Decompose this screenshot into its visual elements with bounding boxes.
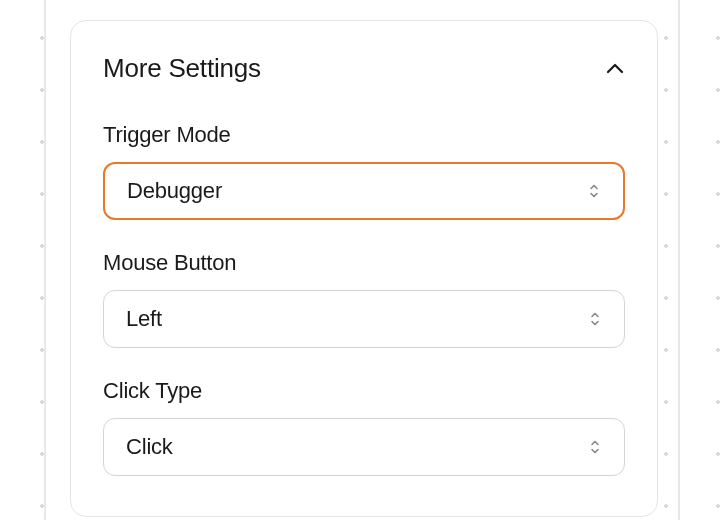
click-type-select[interactable]: Click: [103, 418, 625, 476]
mouse-button-select[interactable]: Left: [103, 290, 625, 348]
right-rail: [678, 0, 680, 520]
click-type-label: Click Type: [103, 378, 625, 404]
trigger-mode-field: Trigger Mode Debugger: [103, 122, 625, 220]
panel-header-toggle[interactable]: More Settings: [103, 53, 625, 84]
select-caret-icon: [588, 438, 602, 456]
select-caret-icon: [587, 182, 601, 200]
left-rail: [44, 0, 46, 520]
trigger-mode-label: Trigger Mode: [103, 122, 625, 148]
more-settings-panel: More Settings Trigger Mode Debugger Mous…: [70, 20, 658, 517]
click-type-field: Click Type Click: [103, 378, 625, 476]
select-caret-icon: [588, 310, 602, 328]
trigger-mode-value: Debugger: [127, 178, 222, 204]
mouse-button-label: Mouse Button: [103, 250, 625, 276]
trigger-mode-select[interactable]: Debugger: [103, 162, 625, 220]
click-type-value: Click: [126, 434, 173, 460]
panel-title: More Settings: [103, 53, 261, 84]
mouse-button-value: Left: [126, 306, 162, 332]
chevron-up-icon: [605, 59, 625, 79]
mouse-button-field: Mouse Button Left: [103, 250, 625, 348]
